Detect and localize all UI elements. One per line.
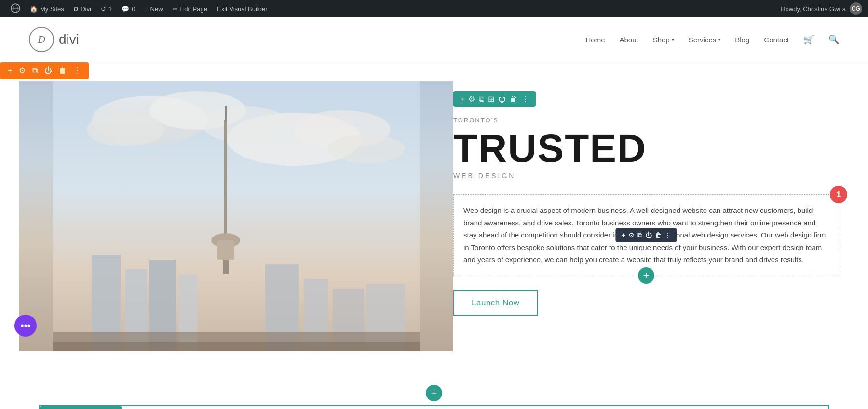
exit-vb-btn[interactable]: Exit Visual Builder [212, 0, 272, 17]
section-disable-btn[interactable]: ⏻ [42, 66, 54, 76]
row-more-btn[interactable]: ⋮ [521, 94, 529, 104]
module-disable-btn[interactable]: ⏻ [645, 231, 652, 239]
num-badge: 1 [830, 186, 847, 203]
svg-rect-25 [53, 342, 420, 351]
avatar[interactable]: CG [850, 2, 862, 15]
nav-item-contact[interactable]: Contact [764, 36, 789, 44]
bottom-row-toolbar: + ⚙ ⧉ ⊞ ⏻ 🗑 ⋮ [40, 406, 122, 409]
left-column: ••• [0, 81, 434, 351]
new-btn[interactable]: + New [140, 0, 167, 17]
divi-icon: D [74, 5, 78, 13]
admin-bar-right: Howdy, Christina Gwira CG [781, 2, 862, 15]
nav-item-about[interactable]: About [619, 36, 638, 44]
site-logo[interactable]: D divi [29, 27, 79, 52]
row-toolbar: + ⚙ ⧉ ⊞ ⏻ 🗑 ⋮ [453, 91, 536, 107]
add-row-btn[interactable]: + [426, 385, 442, 401]
row-delete-btn[interactable]: 🗑 [510, 95, 517, 104]
module-duplicate-btn[interactable]: ⧉ [637, 231, 642, 239]
launch-btn[interactable]: Launch Now [453, 290, 538, 316]
add-module-btn-inner[interactable]: + [638, 267, 654, 284]
row-add-btn[interactable]: + [460, 95, 464, 104]
divi-btn[interactable]: D Divi [69, 0, 96, 17]
logo-text: divi [59, 32, 79, 47]
dots-icon: ••• [20, 320, 30, 331]
svg-rect-14 [217, 240, 234, 260]
row-settings-btn[interactable]: ⚙ [468, 94, 475, 104]
section-more-btn[interactable]: ⋮ [71, 65, 83, 76]
main-content: + ⚙ ⧉ ⏻ 🗑 ⋮ [0, 62, 868, 409]
svg-point-6 [87, 113, 164, 146]
city-image [19, 81, 453, 351]
comments-btn[interactable]: 💬 0 [117, 0, 140, 17]
search-icon[interactable]: 🔍 [828, 34, 839, 45]
revision-icon: ↺ [101, 5, 106, 13]
section-add-btn[interactable]: + [6, 66, 14, 76]
purple-dots-btn[interactable]: ••• [14, 315, 37, 337]
launch-btn-wrap: Launch Now [453, 290, 839, 316]
wp-logo-btn[interactable] [6, 0, 25, 17]
sub-heading2: WEB DESIGN [453, 172, 839, 180]
comments-icon: 💬 [122, 5, 129, 13]
module-delete-btn[interactable]: 🗑 [655, 231, 662, 239]
svg-rect-11 [224, 120, 227, 245]
user-greeting: Howdy, Christina Gwira [781, 5, 846, 13]
admin-bar: 🏠 My Sites D Divi ↺ 1 💬 0 + New ✏ Edit P… [0, 0, 868, 17]
text-module: 1 + ⚙ ⧉ ⏻ 🗑 ⋮ Web design is a crucial as… [453, 194, 839, 276]
row-columns-btn[interactable]: ⊞ [488, 94, 494, 104]
bottom-section: + ⚙ ⧉ ⊞ ⏻ 🗑 ⋮ + [39, 405, 829, 409]
module-add-btn[interactable]: + [621, 231, 625, 239]
my-sites-btn[interactable]: 🏠 My Sites [25, 0, 69, 17]
module-toolbar: + ⚙ ⧉ ⏻ 🗑 ⋮ [615, 228, 677, 242]
bottom-row-area: + + ⚙ ⧉ ⊞ ⏻ 🗑 ⋮ + + [0, 380, 868, 409]
svg-point-10 [203, 106, 289, 143]
sites-icon: 🏠 [30, 5, 38, 13]
module-settings-btn[interactable]: ⚙ [628, 231, 635, 239]
cart-icon[interactable]: 🛒 [803, 34, 814, 45]
module-more-btn[interactable]: ⋮ [665, 231, 671, 239]
chevron-down-icon: ▾ [718, 37, 720, 42]
subheading: TORONTO'S [453, 117, 839, 124]
edit-page-btn[interactable]: ✏ Edit Page [168, 0, 212, 17]
section-toolbar: + ⚙ ⧉ ⏻ 🗑 ⋮ [0, 62, 89, 79]
revision-btn[interactable]: ↺ 1 [96, 0, 117, 17]
site-nav: Home About Shop ▾ Services ▾ Blog Contac… [585, 34, 839, 45]
site-header: D divi Home About Shop ▾ Services ▾ Blog… [0, 17, 868, 62]
main-heading: TRUSTED [453, 129, 839, 168]
nav-item-home[interactable]: Home [585, 36, 605, 44]
row-disable-btn[interactable]: ⏻ [498, 95, 506, 104]
two-column-row: ••• + ⚙ ⧉ ⊞ ⏻ 🗑 ⋮ TORONTO'S TRUSTED WEB … [0, 81, 868, 380]
section-duplicate-btn[interactable]: ⧉ [30, 66, 40, 76]
logo-circle: D [29, 27, 54, 52]
edit-icon: ✏ [173, 5, 178, 13]
chevron-down-icon: ▾ [672, 37, 674, 42]
between-rows: + [19, 385, 849, 401]
nav-item-shop[interactable]: Shop ▾ [653, 36, 674, 44]
section-delete-btn[interactable]: 🗑 [57, 66, 68, 76]
nav-item-blog[interactable]: Blog [735, 36, 749, 44]
wp-icon [11, 3, 20, 14]
row-duplicate-btn[interactable]: ⧉ [479, 95, 484, 104]
section-settings-btn[interactable]: ⚙ [17, 65, 27, 76]
svg-rect-15 [225, 106, 227, 121]
svg-point-9 [328, 134, 405, 163]
right-column: + ⚙ ⧉ ⊞ ⏻ 🗑 ⋮ TORONTO'S TRUSTED WEB DESI… [434, 81, 868, 325]
nav-item-services[interactable]: Services ▾ [689, 36, 721, 44]
